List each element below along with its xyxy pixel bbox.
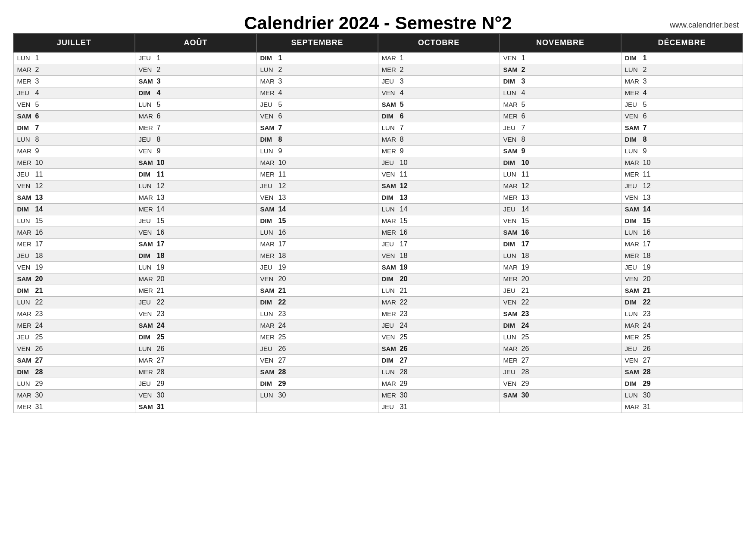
calendar-cell: MER25 [621,332,743,343]
calendar-cell: SAM23 [500,308,621,320]
calendar-cell: LUN25 [500,332,621,343]
calendar-cell [256,401,378,413]
calendar-cell: MAR22 [378,297,500,308]
calendar-cell: LUN2 [621,64,743,76]
calendar-cell: MAR1 [378,52,500,64]
calendar-cell: DIM18 [135,250,256,262]
calendar-cell: MER18 [256,250,378,262]
calendar-cell: LUN28 [378,366,500,378]
calendar-cell: MER20 [500,273,621,285]
calendar-cell: VEN19 [13,262,135,273]
month-header: DÉCEMBRE [621,34,743,52]
calendar-cell: MAR13 [135,192,256,204]
calendar-cell: MER30 [378,390,500,401]
calendar-cell: LUN16 [256,227,378,239]
calendar-cell: LUN5 [135,99,256,111]
month-header: AOÛT [135,34,256,52]
calendar-cell: VEN6 [256,111,378,122]
calendar-cell: LUN22 [13,297,135,308]
calendar-cell [500,401,621,413]
calendar-cell: LUN16 [621,227,743,239]
calendar-cell: LUN11 [500,169,621,180]
calendar-cell: SAM19 [378,262,500,273]
calendar-cell: SAM6 [13,111,135,122]
calendar-cell: VEN1 [500,52,621,64]
calendar-cell: DIM4 [135,87,256,99]
calendar-cell: JEU12 [256,180,378,192]
calendar-cell: JEU3 [378,76,500,87]
calendar-cell: SAM14 [621,204,743,215]
month-header: JUILLET [13,34,135,52]
calendar-cell: MER17 [13,239,135,250]
calendar-cell: DIM22 [621,297,743,308]
month-header: OCTOBRE [378,34,500,52]
calendar-cell: DIM29 [256,378,378,390]
calendar-cell: MER24 [13,320,135,332]
calendar-cell: VEN16 [135,227,256,239]
calendar-cell: VEN26 [13,343,135,355]
calendar-cell: SAM12 [378,180,500,192]
calendar-cell: MAR24 [256,320,378,332]
calendar-cell: SAM7 [621,122,743,134]
calendar-cell: SAM16 [500,227,621,239]
calendar-cell: JEU17 [378,239,500,250]
calendar-cell: MAR16 [13,227,135,239]
calendar-cell: MAR10 [621,157,743,169]
calendar-cell: JEU19 [256,262,378,273]
calendar-cell: MAR12 [500,180,621,192]
calendar-cell: MER10 [13,157,135,169]
calendar-cell: DIM10 [500,157,621,169]
calendar-cell: MER18 [621,250,743,262]
calendar-cell: VEN29 [500,378,621,390]
calendar-cell: VEN11 [378,169,500,180]
calendar-cell: MER31 [13,401,135,413]
calendar-cell: MER27 [500,355,621,366]
calendar-cell: SAM26 [378,343,500,355]
calendar-cell: MAR3 [621,76,743,87]
calendar-cell: MER11 [256,169,378,180]
calendar-cell: MAR17 [621,239,743,250]
calendar-cell: SAM20 [13,273,135,285]
calendar-cell: JEU26 [621,343,743,355]
calendar-cell: LUN9 [256,146,378,157]
calendar-cell: VEN15 [500,215,621,227]
calendar-cell: LUN12 [135,180,256,192]
calendar-cell: MAR2 [13,64,135,76]
calendar-cell: LUN30 [256,390,378,401]
calendar-cell: JEU24 [378,320,500,332]
calendar-cell: SAM31 [135,401,256,413]
calendar-cell: SAM21 [621,285,743,297]
calendar-cell: SAM3 [135,76,256,87]
calendar-cell: VEN5 [13,99,135,111]
month-header: SEPTEMBRE [256,34,378,52]
calendar-cell: SAM10 [135,157,256,169]
calendar-cell: VEN23 [135,308,256,320]
calendar-cell: VEN13 [621,192,743,204]
calendar-cell: DIM28 [13,366,135,378]
calendar-cell: MAR17 [256,239,378,250]
calendar-cell: JEU21 [500,285,621,297]
calendar-cell: JEU12 [621,180,743,192]
calendar-cell: LUN1 [13,52,135,64]
calendar-cell: LUN9 [621,146,743,157]
calendar-cell: LUN26 [135,343,256,355]
calendar-cell: JEU22 [135,297,256,308]
calendar-cell: LUN29 [13,378,135,390]
calendar-cell: MER2 [378,64,500,76]
calendar-cell: VEN20 [621,273,743,285]
calendar-cell: JEU26 [256,343,378,355]
calendar-cell: VEN20 [256,273,378,285]
calendar-cell: VEN27 [621,355,743,366]
calendar-cell: SAM7 [256,122,378,134]
calendar-cell: JEU7 [500,122,621,134]
calendar-cell: VEN6 [621,111,743,122]
calendar-cell: JEU11 [13,169,135,180]
calendar-cell: JEU28 [500,366,621,378]
calendar-cell: MAR23 [13,308,135,320]
calendar-cell: MAR5 [500,99,621,111]
calendar-cell: MAR20 [135,273,256,285]
calendar-cell: DIM15 [621,215,743,227]
calendar-cell: LUN30 [621,390,743,401]
calendar-cell: DIM25 [135,332,256,343]
calendar-cell: MER13 [500,192,621,204]
